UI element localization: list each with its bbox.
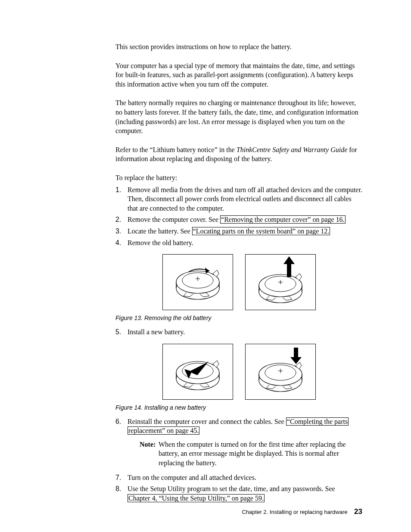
step-1: 1. Remove all media from the drives and … [115,185,362,213]
figure-14-row [115,344,362,400]
paragraph-memory: Your computer has a special type of memo… [115,61,362,89]
note-label: Note: [140,440,156,449]
battery-lift-icon [246,255,315,310]
link-locating-parts[interactable]: “Locating parts on the system board” on … [192,227,330,235]
svg-rect-7 [287,262,291,277]
steps-list-6: 6. Reinstall the computer cover and conn… [115,417,362,503]
step-text: Install a new battery. [128,328,185,336]
link-completing-parts-1[interactable]: “Completing the parts [286,417,349,426]
figure-13-row [115,254,362,310]
paragraph-refer: Refer to the “Lithium battery notice” in… [115,145,362,164]
step-7: 7. Turn on the computer and all attached… [115,473,362,482]
figure-13-caption: Figure 13. Removing the old battery [115,314,362,321]
step-num: 8. [115,484,121,494]
step-pre: Locate the battery. See [128,227,192,235]
para4-pre: Refer to the “Lithium battery notice” in… [115,146,237,153]
figure-13-left [162,254,233,310]
figure-14-left [162,344,233,400]
battery-press-icon [246,344,315,399]
para4-italic: ThinkCentre Safety and Warranty Guide [237,146,347,153]
paragraph-battery-life: The battery normally requires no chargin… [115,98,362,135]
step-num: 2. [115,215,121,224]
steps-list-5: 5. Install a new battery. [115,327,362,337]
note-text: When the computer is turned on for the f… [159,441,346,467]
page-content: This section provides instructions on ho… [0,0,411,503]
step-8: 8. Use the Setup Utility program to set … [115,484,362,503]
step-text: Turn on the computer and all attached de… [128,474,256,481]
step-text: Remove all media from the drives and tur… [128,186,362,212]
step-2: 2. Remove the computer cover. See “Remov… [115,215,362,224]
battery-insert-icon [163,344,233,399]
step-num: 3. [115,227,121,236]
step-pre: Remove the computer cover. See [128,216,220,223]
svg-marker-8 [283,256,295,264]
step-num: 4. [115,238,121,248]
battery-remove-icon [163,255,233,310]
page-footer: Chapter 2. Installing or replacing hardw… [242,507,362,516]
footer-page-number: 23 [354,507,362,516]
link-setup-utility[interactable]: Chapter 4, “Using the Setup Utility,” on… [128,494,265,502]
step-num: 5. [115,327,121,337]
step-3: 3. Locate the battery. See “Locating par… [115,227,362,236]
step-pre: Use the Setup Utility program to set the… [128,485,335,492]
step-num: 1. [115,185,121,195]
step-pre: Reinstall the computer cover and connect… [128,418,286,425]
figure-13-right [245,254,316,310]
step-4: 4. Remove the old battery. [115,238,362,248]
figure-14-right [245,344,316,400]
paragraph-intro: This section provides instructions on ho… [115,42,362,52]
note-block: Note: When the computer is turned on for… [140,440,362,468]
footer-chapter: Chapter 2. Installing or replacing hardw… [242,509,347,515]
link-completing-parts-2[interactable]: replacement” on page 45. [128,426,199,435]
step-6: 6. Reinstall the computer cover and conn… [115,417,362,468]
step-text: Remove the old battery. [128,239,193,246]
step-num: 7. [115,473,121,482]
list-intro: To replace the battery: [115,173,362,183]
link-removing-cover[interactable]: “Removing the computer cover” on page 16… [220,215,346,224]
figure-14-caption: Figure 14. Installing a new battery [115,404,362,411]
step-5: 5. Install a new battery. [115,327,362,337]
step-num: 6. [115,417,121,426]
steps-list: 1. Remove all media from the drives and … [115,185,362,248]
